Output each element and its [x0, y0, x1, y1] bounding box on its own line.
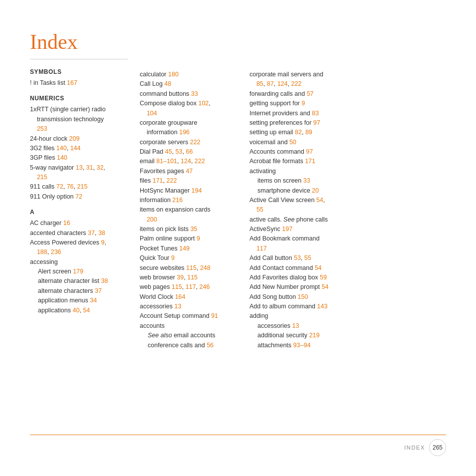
footer: INDEX 265 [30, 435, 446, 456]
entry-exclamation: ! in Tasks list 167 [30, 78, 128, 88]
entry-forwardcalls: forwarding calls and 57 [249, 89, 446, 99]
entry-setupemail: setting up email 82, 89 [249, 128, 446, 137]
entry-altchars: alternate characters 37 [30, 286, 128, 296]
entry-palmonline: Palm online support 9 [140, 234, 238, 243]
entry-gettingsupport: getting support for 9 [249, 99, 446, 108]
entry-applications: applications 40, 54 [30, 306, 128, 315]
entry-files: files 171, 222 [140, 176, 238, 186]
entry-addnewnumber: Add New Number prompt 54 [249, 282, 446, 292]
ref-253: 253 [37, 125, 47, 132]
entry-adding-attachments: attachments 93–94 [249, 341, 446, 350]
ref-140a: 140 [56, 145, 67, 152]
entry-webpages: web pages 115, 117, 246 [140, 282, 238, 292]
entry-securewebsites: secure websites 115, 248 [140, 263, 238, 273]
entry-5way: 5-way navigator 13, 31, 32, 215 [30, 163, 128, 183]
entry-accountsetup: Account Setup command 91 [140, 311, 238, 321]
entry-accesspowered: Access Powered devices 9, 188, 236 [30, 238, 128, 257]
ref-140b: 140 [57, 154, 67, 161]
entry-addfavdialog: Add Favorites dialog box 59 [249, 273, 446, 282]
entry-alertscreen: Alert screen 179 [30, 267, 128, 276]
entry-information: information 216 [140, 196, 238, 205]
ref-215a: 215 [37, 174, 47, 181]
entry-altcharlist: alternate character list 38 [30, 276, 128, 286]
section-numerics: NUMERICS [30, 95, 128, 102]
entry-911calls: 911 calls 72, 76, 215 [30, 182, 128, 192]
entry-1xrtt: 1xRTT (single carrier) radio transmissio… [30, 105, 128, 134]
footer-page-number: 265 [429, 439, 446, 456]
column-1: Index SYMBOLS ! in Tasks list 167 NUMERI… [30, 30, 140, 430]
entry-activecalls: active calls. See phone calls [249, 215, 446, 225]
entry-hotsync: HotSync Manager 194 [140, 186, 238, 196]
column-3: corporate mail servers and 85, 87, 124, … [249, 30, 446, 430]
entry-favpages: Favorites pages 47 [140, 167, 238, 176]
ref-16: 16 [63, 220, 70, 227]
entry-voicemail: voicemail and 50 [249, 138, 446, 147]
entry-internetproviders: Internet providers and 83 [249, 109, 446, 118]
entry-compose: Compose dialog box 102, 104 [140, 99, 238, 118]
ref-76: 76 [67, 183, 74, 190]
entry-addcontact: Add Contact command 54 [249, 263, 446, 273]
entry-accharger: AC charger 16 [30, 219, 128, 228]
ref-9a: 9 [101, 239, 104, 246]
column-2: calculator 180 Call Log 48 command butto… [140, 30, 249, 430]
ref-32: 32 [96, 164, 103, 171]
ref-188: 188 [37, 248, 47, 255]
entry-quicktour: Quick Tour 9 [140, 253, 238, 263]
entry-settingprefs: setting preferences for 97 [249, 118, 446, 128]
entry-calculator: calculator 180 [140, 70, 238, 79]
entry-commandbuttons: command buttons 33 [140, 89, 238, 99]
entry-911only: 911 Only option 72 [30, 192, 128, 202]
entry-corpgroupware: corporate groupware information 196 [140, 118, 238, 138]
entry-appmenus: application menus 34 [30, 296, 128, 305]
entry-accounts: accounts [140, 321, 238, 331]
section-a: A [30, 209, 128, 216]
ref-209: 209 [69, 135, 80, 142]
entry-confcalls: conference calls and 56 [140, 341, 238, 350]
ref-34: 34 [90, 297, 97, 304]
index-title: Index [30, 30, 128, 54]
entry-expansioncards: items on expansion cards 200 [140, 205, 238, 225]
page: Index SYMBOLS ! in Tasks list 167 NUMERI… [0, 0, 476, 476]
entry-accented: accented characters 37, 38 [30, 229, 128, 238]
ref-215b: 215 [77, 183, 88, 190]
entry-accountscommand: Accounts command 97 [249, 147, 446, 157]
ref-40: 40 [73, 307, 80, 314]
entry-24hour: 24-hour clock 209 [30, 134, 128, 144]
ref-38: 38 [98, 230, 105, 237]
entry-addcallbutton: Add Call button 53, 55 [249, 253, 446, 263]
ref-54a: 54 [83, 307, 90, 314]
entry-smartphonedevice: smartphone device 20 [249, 186, 446, 196]
ref-144: 144 [70, 145, 81, 152]
entry-webbrowser: web browser 39, 115 [140, 273, 238, 282]
entry-corpmailservers: corporate mail servers and 85, 87, 124, … [249, 70, 446, 89]
entry-3g2: 3G2 files 140, 144 [30, 144, 128, 153]
entry-addtoalbum: Add to album command 143 [249, 302, 446, 311]
entry-adding: adding [249, 311, 446, 321]
ref-72a: 72 [56, 183, 63, 190]
entry-3gp: 3GP files 140 [30, 153, 128, 163]
ref-37b: 37 [95, 287, 102, 294]
ref-13: 13 [76, 164, 83, 171]
ref-38b: 38 [101, 277, 108, 284]
ref-31: 31 [86, 164, 93, 171]
ref-167: 167 [67, 79, 77, 86]
entry-dialpad: Dial Pad 45, 53, 66 [140, 147, 238, 157]
section-symbols: SYMBOLS [30, 68, 128, 75]
entry-activating: activating [249, 167, 446, 176]
entry-itemsonscreen: items on screen 33 [249, 176, 446, 186]
entry-adding-accessories: accessories 13 [249, 321, 446, 331]
entry-addbookmark: Add Bookmark command 117 [249, 234, 446, 253]
entry-adding-security: additional security 219 [249, 331, 446, 340]
ref-179: 179 [73, 268, 83, 275]
ref-37: 37 [88, 230, 95, 237]
entry-email: email 81–101, 124, 222 [140, 157, 238, 166]
ref-72b: 72 [75, 193, 82, 200]
footer-label: INDEX [404, 445, 425, 451]
entry-calllog: Call Log 48 [140, 79, 238, 89]
entry-accessories: accessories 13 [140, 302, 238, 311]
entry-addsong: Add Song button 150 [249, 292, 446, 302]
entry-pockettunes: Pocket Tunes 149 [140, 244, 238, 253]
entry-activesync: ActiveSync 197 [249, 225, 446, 234]
title-divider [30, 59, 128, 59]
content-area: Index SYMBOLS ! in Tasks list 167 NUMERI… [30, 30, 446, 430]
